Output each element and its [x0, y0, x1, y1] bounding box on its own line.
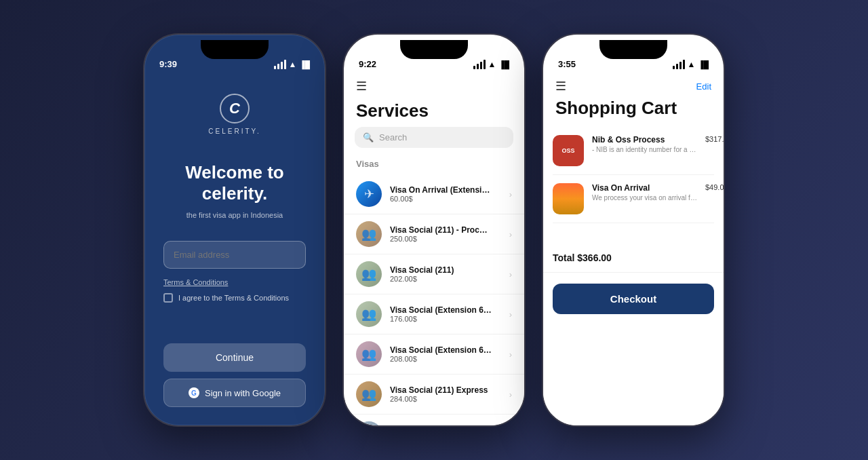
search-bar[interactable]: 🔍 Search — [355, 127, 513, 148]
wifi-icon-3: ▲ — [688, 60, 696, 69]
status-icons-2: ▲ ▐█ — [473, 60, 509, 69]
menu-icon[interactable]: ☰ — [356, 79, 367, 94]
service-thumb-0: ✈ — [356, 181, 382, 207]
cart-item-name-1: Visa On Arrival — [592, 183, 697, 193]
service-name-4: Visa Social (Extension 60 Days) Ex... — [390, 345, 492, 355]
signal-2 — [473, 60, 486, 69]
phone-cart: 3:55 ▲ ▐█ ☰ Edit Shopping Cart — [542, 33, 725, 427]
time-3: 3:55 — [558, 59, 576, 69]
chevron-icon-4: › — [509, 349, 512, 360]
google-icon: G — [189, 387, 199, 398]
service-thumb-6: 👥 — [356, 421, 382, 427]
service-item[interactable]: 👥 Visa Social (211) - Process From Ab...… — [344, 214, 524, 254]
battery-icon-3: ▐█ — [698, 60, 709, 69]
service-list: ✈ Visa On Arrival (Extension) 60.00$ › 👥… — [344, 174, 524, 427]
phone-services: 9:22 ▲ ▐█ ☰ Services 🔍 Search — [342, 33, 526, 427]
logo-circle: C — [220, 94, 250, 123]
battery-icon-2: ▐█ — [498, 60, 509, 69]
logo-letter: C — [229, 100, 240, 117]
service-name-2: Visa Social (211) — [390, 265, 492, 275]
status-bar-1: 9:39 ▲ ▐█ — [144, 59, 325, 69]
time-2: 9:22 — [359, 59, 376, 69]
search-placeholder: Search — [379, 132, 407, 142]
logo-brand: CELERITY. — [208, 128, 260, 135]
search-icon: 🔍 — [363, 132, 374, 142]
cart-item-name-0: Nib & Oss Process — [592, 135, 697, 145]
service-thumb-3: 👥 — [356, 301, 382, 327]
checkbox-row: I agree to the Terms & Conditions — [163, 293, 289, 303]
signal-1 — [274, 60, 286, 69]
service-item[interactable]: 👥 Visa Social (Extension 60 Days) 176.00… — [344, 294, 524, 334]
services-title: Services — [344, 100, 524, 127]
continue-button[interactable]: Continue — [163, 343, 306, 372]
visas-section-label: Visas — [344, 156, 524, 174]
cart-item-desc-0: - NIB is an identity number for a compa.… — [592, 146, 697, 153]
service-thumb-5: 👥 — [356, 381, 382, 407]
service-name-6: Visa Social (211) Express - Process ... — [390, 425, 492, 427]
logo-area: C CELERITY. — [208, 94, 260, 135]
chevron-icon-0: › — [509, 189, 512, 199]
cart-thumb-0: OSS — [553, 135, 584, 166]
service-price-0: 60.00$ — [390, 195, 509, 203]
service-name-5: Visa Social (211) Express — [390, 385, 492, 395]
battery-icon-1: ▐█ — [299, 60, 310, 69]
cart-header: ☰ Edit — [543, 73, 724, 98]
service-item[interactable]: ✈ Visa On Arrival (Extension) 60.00$ › — [344, 174, 524, 214]
cart-item-price-1: $49.00 — [705, 183, 725, 191]
checkout-button[interactable]: Checkout — [553, 284, 714, 314]
service-item[interactable]: 👥 Visa Social (Extension 60 Days) Ex... … — [344, 334, 524, 375]
terms-link[interactable]: Terms & Conditions — [163, 278, 228, 286]
cart-total-row: Total $366.00 — [543, 244, 724, 273]
service-price-4: 208.00$ — [390, 355, 509, 363]
cart-item-desc-1: We process your visa on arrival for you.… — [592, 194, 697, 202]
services-header: ☰ — [344, 73, 524, 100]
cart-title: Shopping Cart — [543, 98, 724, 127]
service-item[interactable]: 👥 Visa Social (211) Express - Process ..… — [344, 415, 524, 427]
cart-total: Total $366.00 — [553, 252, 612, 263]
cart-item-0: OSS Nib & Oss Process - NIB is an identi… — [553, 127, 714, 175]
service-item[interactable]: 👥 Visa Social (211) 202.00$ › — [344, 254, 524, 294]
service-name-1: Visa Social (211) - Process From Ab... — [390, 225, 492, 235]
cart-screen: ☰ Edit Shopping Cart OSS Nib & Oss Proce… — [543, 73, 724, 427]
status-icons-1: ▲ ▐█ — [274, 60, 310, 69]
cart-item-1: Visa On Arrival We process your visa on … — [553, 175, 714, 223]
notch-3 — [543, 35, 724, 59]
chevron-icon-1: › — [509, 229, 512, 239]
service-thumb-2: 👥 — [356, 261, 382, 287]
edit-button[interactable]: Edit — [696, 81, 711, 92]
cart-item-price-0: $317.00 — [705, 135, 725, 143]
login-screen: C CELERITY. Welcome to celerity. the fir… — [144, 73, 325, 427]
service-item[interactable]: 👥 Visa Social (211) Express 284.00$ › — [344, 375, 524, 415]
service-thumb-1: 👥 — [356, 221, 382, 247]
wifi-icon-1: ▲ — [289, 60, 297, 69]
service-name-0: Visa On Arrival (Extension) — [390, 185, 492, 195]
service-price-3: 176.00$ — [390, 315, 509, 323]
cart-menu-icon[interactable]: ☰ — [555, 79, 566, 94]
phone-login: 9:39 ▲ ▐█ C CELERITY. Welcome t — [143, 33, 326, 427]
status-bar-2: 9:22 ▲ ▐█ — [344, 59, 524, 69]
wifi-icon-2: ▲ — [488, 60, 496, 69]
signal-3 — [673, 60, 685, 69]
service-price-5: 284.00$ — [390, 395, 509, 403]
services-screen: ☰ Services 🔍 Search Visas ✈ Visa On Arri… — [344, 73, 524, 427]
terms-checkbox[interactable] — [163, 293, 173, 303]
status-icons-3: ▲ ▐█ — [673, 60, 709, 69]
cart-thumb-1 — [553, 183, 584, 214]
notch-1 — [144, 35, 325, 59]
welcome-subtitle: the first visa app in Indonesia — [186, 211, 283, 219]
service-price-1: 250.00$ — [390, 235, 509, 243]
time-1: 9:39 — [159, 59, 177, 69]
phones-container: 9:39 ▲ ▐█ C CELERITY. Welcome t — [130, 20, 738, 440]
welcome-text: Welcome to celerity. — [185, 162, 283, 204]
service-thumb-4: 👥 — [356, 341, 382, 367]
email-input[interactable] — [163, 241, 306, 269]
cart-items-list: OSS Nib & Oss Process - NIB is an identi… — [543, 127, 724, 244]
notch-2 — [344, 35, 524, 59]
status-bar-3: 3:55 ▲ ▐█ — [543, 59, 724, 69]
service-name-3: Visa Social (Extension 60 Days) — [390, 305, 492, 315]
chevron-icon-5: › — [509, 389, 512, 400]
chevron-icon-2: › — [509, 269, 512, 280]
chevron-icon-3: › — [509, 309, 512, 320]
google-signin-button[interactable]: G Sign in with Google — [163, 379, 306, 407]
service-price-2: 202.00$ — [390, 275, 509, 283]
